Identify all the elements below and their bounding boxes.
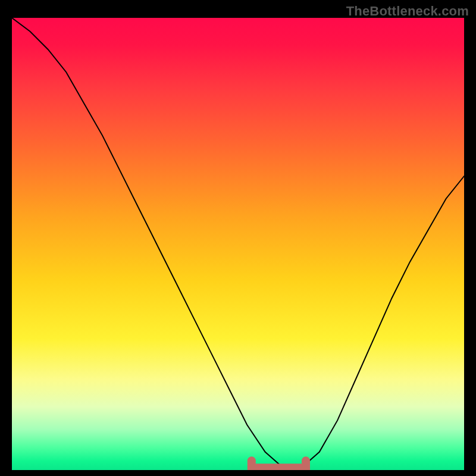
optimal-range-marker <box>252 461 306 468</box>
chart-frame: TheBottleneck.com <box>0 0 476 476</box>
chart-svg <box>12 18 464 470</box>
watermark-text: TheBottleneck.com <box>346 4 469 19</box>
bottleneck-curve <box>12 18 464 468</box>
plot-area <box>12 18 464 470</box>
